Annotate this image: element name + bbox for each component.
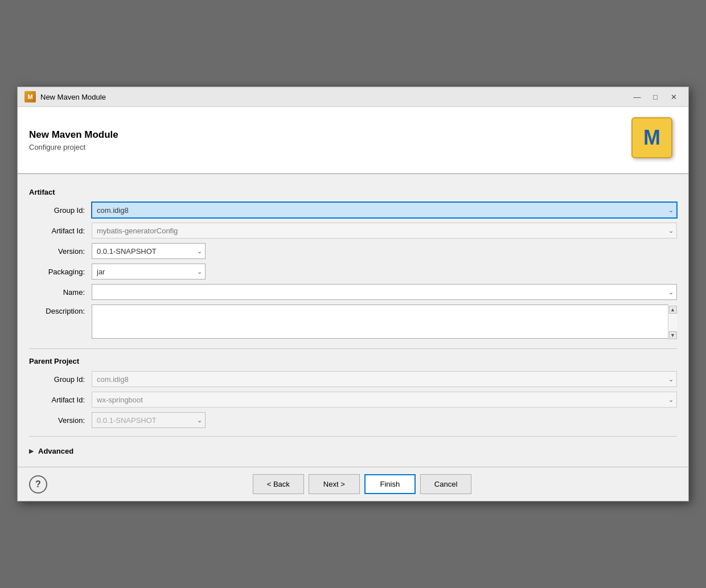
name-select-wrap: ⌄ [92,284,677,300]
packaging-select-wrap: jar war pom ear ⌄ [92,264,206,279]
parent-artifact-id-input[interactable] [92,392,677,408]
minimize-button[interactable]: — [629,91,645,103]
packaging-row: Packaging: jar war pom ear ⌄ [29,264,677,279]
header-section: New Maven Module Configure project M [18,107,688,174]
parent-group-id-wrap: ⌄ [92,371,677,387]
artifact-id-select-wrap: ⌄ [92,223,677,239]
parent-artifact-id-select-wrap: ⌄ [92,392,677,408]
title-bar: M New Maven Module — □ ✕ [18,87,688,107]
packaging-label: Packaging: [29,268,92,276]
header-title: New Maven Module [29,129,631,141]
version-row: Version: 0.0.1-SNAPSHOT 0.0.1 1.0.0-SNAP… [29,243,677,259]
packaging-wrap: jar war pom ear ⌄ [92,264,677,279]
name-input[interactable] [92,284,677,300]
version-wrap: 0.0.1-SNAPSHOT 0.0.1 1.0.0-SNAPSHOT 1.0.… [92,243,677,259]
window-controls: — □ ✕ [629,91,682,103]
header-text: New Maven Module Configure project [29,129,631,151]
maximize-button[interactable]: □ [647,91,663,103]
group-id-select-wrap: ⌄ [92,202,677,218]
parent-version-select-wrap: 0.0.1-SNAPSHOT 0.0.1 1.0.0-SNAPSHOT ⌄ [92,412,206,428]
artifact-id-row: Artifact Id: ⌄ [29,223,677,239]
group-id-wrap: ⌄ [92,202,677,218]
parent-version-row: Version: 0.0.1-SNAPSHOT 0.0.1 1.0.0-SNAP… [29,412,677,428]
advanced-arrow-icon: ▶ [29,447,34,455]
separator-1 [29,348,677,349]
artifact-section-header: Artifact [29,188,677,196]
header-icon-wrap: M [631,117,677,163]
artifact-id-input[interactable] [92,223,677,239]
dialog-window: M New Maven Module — □ ✕ New Maven Modul… [17,87,689,501]
next-button[interactable]: Next > [309,474,360,494]
parent-artifact-id-wrap: ⌄ [92,392,677,408]
description-scrollbar: ▲ ▼ [668,305,677,340]
advanced-section[interactable]: ▶ Advanced [29,445,677,458]
cancel-button[interactable]: Cancel [420,474,471,494]
parent-version-wrap: 0.0.1-SNAPSHOT 0.0.1 1.0.0-SNAPSHOT ⌄ [92,412,677,428]
group-id-label: Group Id: [29,206,92,215]
name-wrap: ⌄ [92,284,677,300]
help-button[interactable]: ? [29,475,47,494]
version-select-wrap: 0.0.1-SNAPSHOT 0.0.1 1.0.0-SNAPSHOT 1.0.… [92,243,206,259]
finish-button[interactable]: Finish [364,474,416,494]
description-wrap: ▲ ▼ [92,305,677,340]
version-label: Version: [29,247,92,256]
description-textarea[interactable] [92,305,677,339]
scroll-up-icon[interactable]: ▲ [669,306,677,314]
description-row: Description: ▲ ▼ [29,305,677,340]
footer: ? < Back Next > Finish Cancel [18,467,688,501]
title-bar-text: New Maven Module [40,93,625,101]
footer-left: ? [29,475,47,494]
artifact-id-wrap: ⌄ [92,223,677,239]
group-id-row: Group Id: ⌄ [29,202,677,218]
parent-version-label: Version: [29,416,92,425]
artifact-id-label: Artifact Id: [29,227,92,235]
parent-group-id-input[interactable] [92,371,677,387]
parent-artifact-id-label: Artifact Id: [29,396,92,404]
maven-icon: M [631,117,672,158]
scroll-down-icon[interactable]: ▼ [669,331,677,339]
parent-group-id-select-wrap: ⌄ [92,371,677,387]
name-row: Name: ⌄ [29,284,677,300]
header-subtitle: Configure project [29,143,631,151]
version-select[interactable]: 0.0.1-SNAPSHOT 0.0.1 1.0.0-SNAPSHOT 1.0.… [92,243,206,259]
close-button[interactable]: ✕ [666,91,682,103]
parent-version-select[interactable]: 0.0.1-SNAPSHOT 0.0.1 1.0.0-SNAPSHOT [92,412,206,428]
description-label: Description: [29,307,92,315]
app-icon: M [24,91,36,102]
packaging-select[interactable]: jar war pom ear [92,264,206,279]
name-label: Name: [29,288,92,297]
separator-2 [29,436,677,437]
back-button[interactable]: < Back [253,474,304,494]
parent-artifact-id-row: Artifact Id: ⌄ [29,392,677,408]
parent-project-section-header: Parent Project [29,357,677,365]
content-area: Artifact Group Id: ⌄ Artifact Id: ⌄ [18,174,688,467]
parent-group-id-row: Group Id: ⌄ [29,371,677,387]
group-id-input[interactable] [92,202,677,218]
advanced-label: Advanced [38,447,73,455]
parent-group-id-label: Group Id: [29,375,92,384]
footer-buttons: < Back Next > Finish Cancel [47,474,677,494]
